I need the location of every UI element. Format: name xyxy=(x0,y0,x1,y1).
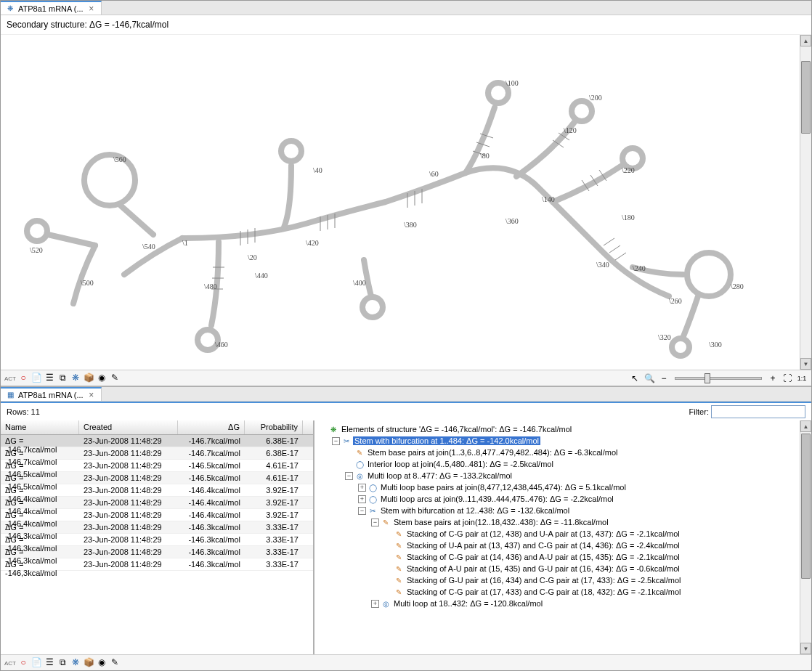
canvas-scrollbar[interactable]: ▲ ▼ xyxy=(800,35,811,370)
pos-label: \220 xyxy=(622,166,635,174)
zoom-ratio-icon[interactable]: 1:1 xyxy=(795,372,808,385)
tree-node[interactable]: ✎Stem base pairs at join(1..3,6..8,477..… xyxy=(317,447,808,458)
tree-label: Interior loop at join(4..5,480..481): ΔG… xyxy=(366,460,555,468)
svg-point-9 xyxy=(672,338,689,356)
scroll-up-icon[interactable]: ▲ xyxy=(800,420,811,432)
expand-icon[interactable]: + xyxy=(358,495,366,503)
tree-node[interactable]: ◯Interior loop at join(4..5,480..481): Δ… xyxy=(317,458,808,470)
upper-tab[interactable]: ❋ ATP8a1 mRNA (... × xyxy=(1,1,102,15)
close-icon[interactable]: × xyxy=(86,4,97,14)
toolbar-btn-8[interactable]: ✎ xyxy=(108,371,121,384)
loop-icon: ◯ xyxy=(368,494,378,504)
table-row[interactable]: ΔG = -146,4kcal/mol23-Jun-2008 11:48:29-… xyxy=(1,509,313,521)
scroll-down-icon[interactable]: ▼ xyxy=(800,643,811,654)
stem-icon: ✂ xyxy=(341,436,352,446)
tree-node[interactable]: ❋Elements of structure 'ΔG = -146,7kcal/… xyxy=(317,423,808,435)
toolbar-btn-0[interactable]: ACT xyxy=(4,656,17,670)
table-row[interactable]: ΔG = -146,3kcal/mol23-Jun-2008 11:48:29-… xyxy=(1,546,313,558)
lower-tab[interactable]: ▦ ATP8a1 mRNA (... × xyxy=(1,387,102,401)
tree-node[interactable]: −✂Stem with bifurcation at 1..484: ΔG = … xyxy=(317,435,808,447)
col-name[interactable]: Name xyxy=(1,420,79,434)
zoom-fit-icon[interactable]: ⛶ xyxy=(781,372,794,385)
toolbar-btn-1[interactable]: ○ xyxy=(17,656,30,669)
toolbar-btn-5[interactable]: ❋ xyxy=(69,656,82,669)
table-row[interactable]: ΔG = -146,4kcal/mol23-Jun-2008 11:48:29-… xyxy=(1,484,313,497)
toolbar-btn-0[interactable]: ACT xyxy=(4,372,17,385)
scroll-down-icon[interactable]: ▼ xyxy=(800,358,811,370)
cell-name: ΔG = -146,4kcal/mol xyxy=(1,509,79,521)
toolbar-btn-1[interactable]: ○ xyxy=(17,371,30,384)
toolbar-btn-4[interactable]: ⧉ xyxy=(56,371,69,384)
tree-node[interactable]: +◯Multi loop base pairs at join(8,477,12… xyxy=(317,481,808,493)
collapse-icon[interactable]: − xyxy=(358,507,366,515)
tree-node[interactable]: ✎Stacking of C-G pair at (14, 436) and A… xyxy=(317,551,808,563)
close-icon[interactable]: × xyxy=(86,390,97,400)
col-prob[interactable]: Probability xyxy=(245,420,303,434)
structure-canvas[interactable]: \1\20\40\60\80\100\120\140\180\200\220\2… xyxy=(1,35,800,370)
toolbar-btn-3[interactable]: ☰ xyxy=(43,656,56,669)
tree-label: Stacking of G-U pair at (16, 434) and C-… xyxy=(405,576,683,585)
toolbar-btn-7[interactable]: ◉ xyxy=(95,371,108,384)
tree-label: Elements of structure 'ΔG = -146,7kcal/m… xyxy=(340,425,573,434)
pos-label: \60 xyxy=(429,170,439,178)
expand-icon[interactable]: + xyxy=(371,600,379,608)
tree-node[interactable]: ✎Stacking of C-G pair at (17, 433) and C… xyxy=(317,586,808,598)
pos-label: \540 xyxy=(142,243,155,251)
stack-icon: ✎ xyxy=(394,587,404,597)
table-row[interactable]: ΔG = -146,4kcal/mol23-Jun-2008 11:48:29-… xyxy=(1,497,313,509)
toolbar-btn-4[interactable]: ⧉ xyxy=(56,656,69,669)
collapse-icon[interactable]: − xyxy=(345,472,353,480)
toolbar-btn-5[interactable]: ❋ xyxy=(69,371,82,384)
filter-input[interactable] xyxy=(711,405,805,418)
collapse-icon[interactable]: − xyxy=(371,518,379,526)
table-row[interactable]: ΔG = -146,5kcal/mol23-Jun-2008 11:48:29-… xyxy=(1,460,313,472)
toolbar-btn-2[interactable]: 📄 xyxy=(30,656,43,669)
scroll-up-icon[interactable]: ▲ xyxy=(800,35,811,46)
cell-dg: -146.5kcal/mol xyxy=(178,472,245,484)
table-row[interactable]: ΔG = -146,7kcal/mol23-Jun-2008 11:48:29-… xyxy=(1,447,313,460)
toolbar-btn-2[interactable]: 📄 xyxy=(30,371,43,384)
tree-node[interactable]: ✎Stacking of C-G pair at (12, 438) and U… xyxy=(317,528,808,540)
table-row[interactable]: ΔG = -146,7kcal/mol23-Jun-2008 11:48:29-… xyxy=(1,435,313,447)
collapse-icon[interactable]: − xyxy=(332,437,340,445)
tree-node[interactable]: −✂Stem with bifurcation at 12..438: ΔG =… xyxy=(317,505,808,516)
tree-node[interactable]: ✎Stacking of U-A pair at (13, 437) and C… xyxy=(317,540,808,551)
tree-label: Multi loop arcs at join(9..11,439..444,4… xyxy=(379,495,615,503)
tree-scrollbar[interactable]: ▲ ▼ xyxy=(800,420,811,654)
tree-node[interactable]: ✎Stacking of A-U pair at (15, 435) and G… xyxy=(317,563,808,574)
zoom-in-icon[interactable]: + xyxy=(766,372,779,385)
table-row[interactable]: ΔG = -146,5kcal/mol23-Jun-2008 11:48:29-… xyxy=(1,472,313,484)
zoom-out-icon[interactable]: − xyxy=(657,372,670,385)
no-expand-icon xyxy=(384,530,392,538)
zoom-slider[interactable] xyxy=(675,377,762,380)
expand-icon[interactable]: + xyxy=(358,484,366,492)
toolbar-btn-6[interactable]: 📦 xyxy=(82,656,95,669)
toolbar-btn-8[interactable]: ✎ xyxy=(108,656,121,669)
table-row[interactable]: ΔG = -146,3kcal/mol23-Jun-2008 11:48:29-… xyxy=(1,558,313,571)
stack-icon: ✎ xyxy=(394,564,404,574)
table-row[interactable]: ΔG = -146,3kcal/mol23-Jun-2008 11:48:29-… xyxy=(1,521,313,534)
no-expand-icon xyxy=(384,588,392,596)
tree-node[interactable]: +◯Multi loop arcs at join(9..11,439..444… xyxy=(317,493,808,505)
pair-icon: ✎ xyxy=(354,447,365,458)
col-created[interactable]: Created xyxy=(79,420,178,434)
svg-point-8 xyxy=(687,253,731,296)
structure-tree: ❋Elements of structure 'ΔG = -146,7kcal/… xyxy=(314,420,811,654)
cell-created: 23-Jun-2008 11:48:29 xyxy=(79,546,178,558)
upper-toolbar: ACT○📄☰⧉❋📦◉✎ ↖ 🔍 − + ⛶ 1:1 xyxy=(1,370,811,386)
tree-node[interactable]: +◎Multi loop at 18..432: ΔG = -120.8kcal… xyxy=(317,598,808,609)
table-row[interactable]: ΔG = -146,3kcal/mol23-Jun-2008 11:48:29-… xyxy=(1,534,313,546)
col-dg[interactable]: ΔG xyxy=(178,420,245,434)
cell-created: 23-Jun-2008 11:48:29 xyxy=(79,484,178,496)
pointer-icon[interactable]: ↖ xyxy=(628,372,641,385)
toolbar-btn-3[interactable]: ☰ xyxy=(43,371,56,384)
toolbar-btn-7[interactable]: ◉ xyxy=(95,656,108,669)
cell-prob: 3.33E-17 xyxy=(245,521,303,533)
tree-node[interactable]: ✎Stacking of G-U pair at (16, 434) and C… xyxy=(317,574,808,586)
zoom-icon[interactable]: 🔍 xyxy=(643,372,656,385)
cell-name: ΔG = -146,4kcal/mol xyxy=(1,497,79,508)
tree-node[interactable]: −✎Stem base pairs at join(12..18,432..43… xyxy=(317,516,808,528)
toolbar-btn-6[interactable]: 📦 xyxy=(82,371,95,384)
tree-node[interactable]: −◎Multi loop at 8..477: ΔG = -133.2kcal/… xyxy=(317,470,808,481)
table-icon: ▦ xyxy=(5,390,15,400)
